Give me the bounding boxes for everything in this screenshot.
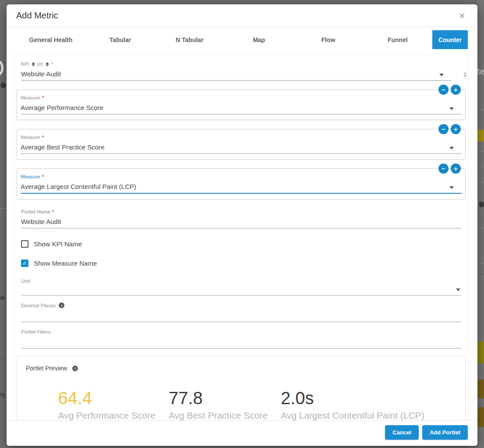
show-measure-name-checkbox[interactable]: ✓ — [21, 260, 28, 267]
background-line — [477, 151, 484, 152]
portlet-preview-title-text: Portlet Preview — [26, 365, 67, 372]
sort-icon — [32, 62, 35, 66]
background-text-fragment: ity — [0, 391, 5, 398]
tab-funnel[interactable]: Funnel — [363, 30, 432, 49]
portlet-name-value: Website Audit — [21, 217, 461, 226]
measure-select-3[interactable]: Average Largest Contentful Paint (LCP) — [21, 182, 462, 194]
chevron-down-icon[interactable] — [439, 74, 444, 76]
info-icon[interactable]: i — [72, 366, 78, 371]
portlet-filters-label: Portlet Filters — [21, 329, 461, 334]
measure-select-value: Average Performance Score — [21, 103, 462, 112]
remove-measure-button[interactable]: − — [438, 85, 449, 95]
portlet-filters-field: Portlet Filters — [17, 329, 466, 348]
background-line — [0, 275, 7, 276]
add-measure-button[interactable]: + — [451, 85, 461, 95]
kpi-select-value: Website Audit — [21, 70, 452, 78]
measure-group-2: − + Measure* Average Best Practice Score — [17, 129, 466, 160]
kpi-field: KPI (#) * Website Audit — [17, 61, 466, 81]
cancel-button[interactable]: Cancel — [385, 425, 419, 440]
preview-metric-best-practice: 77.8 Avg Best Practice Score — [169, 388, 268, 421]
preview-metrics-row: 64.4 Avg Performance Score 77.8 Avg Best… — [26, 388, 456, 421]
show-measure-name-label: Show Measure Name — [34, 260, 97, 267]
portlet-name-input[interactable]: Website Audit — [21, 217, 461, 228]
metric-value: 64.4 — [58, 388, 155, 408]
show-measure-name-row[interactable]: ✓ Show Measure Name — [17, 260, 466, 267]
background-text-fragment: nk — [0, 295, 5, 301]
chevron-down-icon[interactable] — [456, 288, 460, 291]
dialog-footer: Cancel Add Portlet — [7, 420, 477, 446]
measure-label-text: Measure — [21, 95, 40, 100]
measure-select-value: Average Largest Contentful Paint (LCP) — [21, 182, 462, 191]
required-marker: * — [51, 61, 53, 67]
spinner-icon[interactable] — [463, 72, 467, 77]
background-color-block — [477, 130, 484, 142]
decimal-places-field: Decimal Places i — [17, 302, 466, 322]
portlet-filters-value — [21, 338, 461, 346]
decimal-places-input[interactable] — [21, 311, 461, 322]
background-color-block — [477, 380, 484, 398]
metric-value: 77.8 — [169, 388, 268, 408]
chevron-down-icon[interactable] — [449, 186, 454, 189]
show-kpi-name-row[interactable]: Show KPI Name — [17, 240, 466, 248]
preview-metric-lcp: 2.0s Avg Largest Contentful Paint (LCP) — [281, 388, 424, 421]
measure-label-text: Measure — [21, 135, 40, 140]
unit-select[interactable] — [21, 287, 461, 295]
required-marker: * — [42, 95, 44, 100]
add-measure-button[interactable]: + — [451, 164, 461, 174]
show-kpi-name-checkbox[interactable] — [21, 240, 28, 248]
tab-flow[interactable]: Flow — [293, 30, 363, 49]
background-line — [477, 263, 484, 264]
measure-select-value: Average Best Practice Score — [21, 143, 462, 151]
dialog-title: Add Metric — [16, 11, 58, 21]
metric-label: Avg Best Practice Score — [169, 410, 268, 421]
tab-general-health[interactable]: General Health — [16, 30, 85, 49]
decimal-places-value — [21, 311, 461, 320]
add-measure-button[interactable]: + — [451, 124, 461, 134]
remove-measure-button[interactable]: − — [438, 164, 449, 174]
close-icon[interactable]: × — [456, 10, 468, 22]
add-metric-dialog: Add Metric × General Health Tabular N Ta… — [7, 4, 477, 446]
background-shape — [0, 60, 4, 75]
kpi-label-text: KPI — [21, 61, 29, 67]
portlet-name-field: Portlet Name* Website Audit — [17, 209, 466, 228]
tab-n-tabular[interactable]: N Tabular — [155, 30, 224, 49]
chevron-down-icon[interactable] — [449, 147, 454, 149]
unit-label-text: Unit — [21, 278, 30, 284]
tab-map[interactable]: Map — [224, 30, 293, 49]
info-icon[interactable]: i — [59, 302, 64, 308]
portlet-filters-input[interactable] — [21, 338, 461, 348]
measure-select-1[interactable]: Average Performance Score — [21, 103, 462, 114]
measure-select-2[interactable]: Average Best Practice Score — [21, 143, 462, 154]
background-shape — [0, 82, 6, 88]
required-marker: * — [42, 135, 44, 140]
background-line — [0, 359, 7, 359]
dialog-header: Add Metric × — [7, 4, 477, 27]
show-kpi-name-label: Show KPI Name — [34, 240, 82, 248]
chevron-down-icon[interactable] — [449, 107, 454, 110]
tab-tabular[interactable]: Tabular — [85, 30, 155, 49]
check-icon: ✓ — [22, 260, 27, 267]
unit-field: Unit — [17, 278, 466, 295]
portlet-filters-label-text: Portlet Filters — [21, 329, 51, 334]
background-color-block — [477, 341, 484, 363]
measure-group-3: − + Measure* Average Largest Contentful … — [17, 168, 466, 199]
background-line — [477, 228, 484, 228]
add-portlet-button[interactable]: Add Portlet — [422, 425, 468, 440]
unit-select-value — [21, 287, 461, 293]
measure-label: Measure* — [21, 95, 462, 100]
metric-value: 2.0s — [281, 388, 424, 408]
background-line — [477, 274, 484, 274]
portlet-preview-title: Portlet Preview i — [26, 365, 456, 372]
metric-label: Avg Performance Score — [58, 410, 155, 421]
preview-metric-performance: 64.4 Avg Performance Score — [58, 388, 155, 421]
remove-measure-button[interactable]: − — [438, 124, 449, 134]
background-line — [477, 167, 484, 167]
required-marker: * — [52, 209, 54, 214]
metric-label: Avg Largest Contentful Paint (LCP) — [281, 410, 424, 421]
decimal-places-label-text: Decimal Places — [21, 303, 56, 308]
kpi-label-suffix: (#) — [37, 61, 43, 67]
kpi-select[interactable]: Website Audit — [21, 70, 452, 81]
tab-counter[interactable]: Counter — [432, 30, 468, 49]
portlet-name-label-text: Portlet Name — [21, 209, 50, 214]
background-overlay-right: te — [477, 0, 484, 448]
